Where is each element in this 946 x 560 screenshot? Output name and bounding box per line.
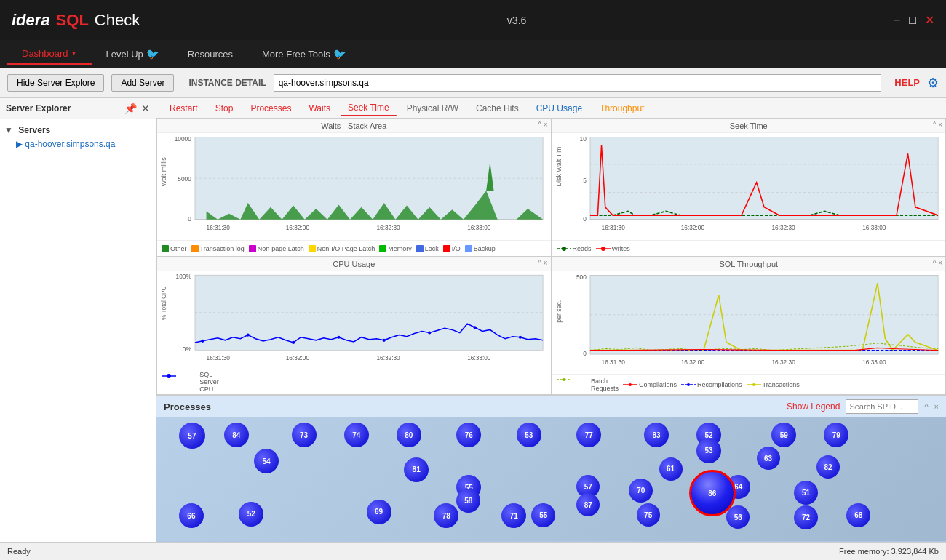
process-bubble-53[interactable]: 53 (696, 439, 721, 463)
titlebar-left: idera SQL Check (12, 11, 140, 30)
tree-arrow: ▼ (4, 125, 13, 135)
tab-waits[interactable]: Waits (301, 101, 338, 116)
seektime-chart-controls[interactable]: ^ × (933, 121, 942, 129)
tree-root-servers[interactable]: ▼ Servers (4, 124, 151, 137)
tree-server-item[interactable]: ▶ qa-hoover.simpsons.qa (4, 137, 151, 151)
process-bubble-79[interactable]: 79 (824, 423, 848, 447)
svg-point-36 (247, 334, 250, 337)
tab-stop[interactable]: Stop (208, 101, 241, 116)
process-bubble-73[interactable]: 73 (292, 423, 317, 447)
waits-chart-controls[interactable]: ^ × (538, 121, 547, 129)
svg-point-37 (292, 341, 295, 344)
process-bubble-84[interactable]: 84 (224, 423, 249, 447)
svg-point-45 (167, 374, 171, 378)
tab-cpuusage[interactable]: CPU Usage (529, 101, 589, 116)
process-bubble-74[interactable]: 74 (344, 423, 369, 447)
tab-cachehits[interactable]: Cache Hits (469, 101, 526, 116)
process-bubble-83[interactable]: 83 (644, 423, 669, 447)
waits-chart-body: 10000 5000 0 16:31:30 16:32:00 16:32:30 … (157, 133, 551, 240)
tab-processes[interactable]: Processes (243, 101, 298, 116)
svg-text:10: 10 (579, 135, 586, 143)
nav-dashboard-label: Dashboard (22, 48, 68, 59)
processes-close-icon[interactable]: × (934, 402, 939, 411)
process-bubble-75[interactable]: 75 (637, 503, 660, 527)
process-bubble-53[interactable]: 53 (517, 423, 541, 447)
legend-noniopagelatch: Non-I/O Page Latch (309, 245, 375, 252)
version-label: v3.6 (507, 15, 526, 26)
statusbar: Ready Free memory: 3,923,844 Kb (0, 542, 946, 560)
logo-check: Check (95, 11, 140, 30)
process-bubble-58[interactable]: 58 (456, 489, 480, 513)
svg-text:16:31:30: 16:31:30 (207, 224, 230, 231)
process-bubble-69[interactable]: 69 (367, 500, 391, 524)
process-bubble-52[interactable]: 52 (239, 502, 263, 527)
minimize-button[interactable]: − (894, 14, 900, 27)
throughput-chart-body: 500 0 16:31:30 16:32:00 16:32:30 16:33:0… (552, 271, 946, 374)
process-bubble-70[interactable]: 70 (629, 479, 653, 503)
legend-backup: Backup (465, 245, 496, 252)
cpu-chart-controls[interactable]: ^ × (538, 259, 547, 267)
nav-levelup[interactable]: Level Up 🐦 (92, 44, 173, 64)
maximize-button[interactable]: □ (909, 14, 916, 27)
processes-title: Processes (164, 401, 211, 412)
svg-point-42 (519, 336, 522, 339)
process-bubble-87[interactable]: 87 (576, 493, 600, 516)
process-bubble-51[interactable]: 51 (794, 481, 818, 505)
processes-content: 5784737480765377835259795481555363826170… (156, 417, 946, 541)
svg-point-58 (629, 383, 632, 386)
add-server-button[interactable]: Add Server (111, 74, 174, 92)
instance-input[interactable] (274, 74, 882, 92)
gear-icon[interactable]: ⚙ (927, 75, 939, 91)
show-legend-button[interactable]: Show Legend (787, 401, 840, 412)
tab-throughput[interactable]: Throughput (592, 101, 651, 116)
process-bubble-59[interactable]: 59 (771, 423, 796, 447)
process-bubble-77[interactable]: 77 (576, 423, 601, 447)
sidebar-pin-icon[interactable]: 📌 (124, 103, 137, 114)
process-bubble-78[interactable]: 78 (434, 503, 458, 528)
logo: idera (12, 11, 50, 30)
processes-collapse-icon[interactable]: ^ (924, 402, 928, 411)
processes-header: Processes Show Legend ^ × (156, 396, 946, 417)
process-bubble-81[interactable]: 81 (404, 457, 429, 482)
tab-seektime[interactable]: Seek Time (341, 100, 397, 116)
svg-text:10000: 10000 (175, 135, 191, 143)
throughput-chart-controls[interactable]: ^ × (933, 259, 942, 267)
svg-text:per sec.: per sec. (555, 300, 563, 323)
status-ready: Ready (7, 547, 31, 556)
process-bubble-71[interactable]: 71 (501, 503, 526, 528)
svg-text:% Total CPU: % Total CPU (161, 286, 167, 320)
nav-resources[interactable]: Resources (173, 44, 247, 64)
logo-sql: SQL (56, 11, 89, 30)
process-bubble-54[interactable]: 54 (254, 449, 279, 473)
nav-freetools[interactable]: More Free Tools 🐦 (247, 44, 360, 64)
svg-point-39 (383, 339, 386, 342)
tab-physicalrw[interactable]: Physical R/W (400, 101, 466, 116)
svg-text:16:31:30: 16:31:30 (601, 359, 625, 366)
process-bubble-63[interactable]: 63 (757, 447, 780, 470)
process-bubble-76[interactable]: 76 (456, 423, 481, 447)
process-bubble-82[interactable]: 82 (816, 455, 840, 479)
process-bubble-68[interactable]: 68 (846, 503, 870, 527)
hide-server-explore-button[interactable]: Hide Server Explore (7, 74, 104, 92)
process-bubble-72[interactable]: 72 (794, 505, 818, 529)
process-bubble-57[interactable]: 57 (179, 423, 205, 449)
tab-restart[interactable]: Restart (162, 101, 205, 116)
legend-transactions: Transactions (747, 381, 800, 388)
help-button[interactable]: HELP (894, 77, 920, 88)
search-spid-input[interactable] (846, 399, 918, 414)
svg-point-24 (562, 247, 566, 251)
twitter-icon-1: 🐦 (146, 48, 159, 60)
close-button[interactable]: ✕ (925, 13, 934, 27)
nav-dashboard[interactable]: Dashboard ▼ (7, 44, 92, 65)
sidebar-close-icon[interactable]: ✕ (141, 103, 150, 114)
process-bubble-66[interactable]: 66 (179, 503, 204, 528)
waits-chart-legend: Other Transaction log Non-page Latch Non… (157, 240, 551, 256)
process-bubble-61[interactable]: 61 (659, 457, 683, 481)
svg-text:16:32:00: 16:32:00 (680, 224, 704, 231)
process-bubble-55[interactable]: 55 (531, 503, 555, 527)
legend-io: I/O (443, 245, 461, 252)
process-bubble-80[interactable]: 80 (397, 423, 421, 447)
svg-text:16:33:00: 16:33:00 (467, 355, 491, 361)
process-bubble-56[interactable]: 56 (726, 505, 750, 529)
svg-text:16:33:00: 16:33:00 (467, 224, 490, 231)
